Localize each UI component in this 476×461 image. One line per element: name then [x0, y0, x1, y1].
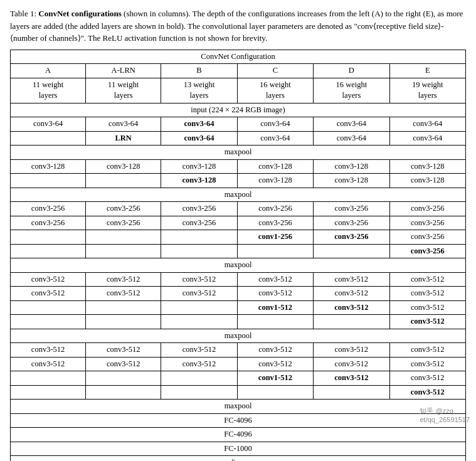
col-d: D	[314, 64, 389, 78]
cell: conv3-512	[237, 287, 313, 301]
cell	[161, 300, 237, 315]
cell	[86, 300, 161, 315]
cell: conv3-256	[11, 202, 86, 216]
convnet-config-table: ConvNet Configuration A A-LRN B C D E 11…	[10, 50, 466, 462]
cell: conv3-512	[161, 343, 237, 358]
cell: conv3-128	[11, 159, 86, 174]
cell: conv3-64	[86, 117, 161, 132]
cell	[161, 315, 237, 329]
fc1000: FC-1000	[11, 442, 466, 456]
cell: conv3-512	[389, 371, 465, 386]
cell: conv3-64	[314, 131, 389, 146]
maxpool-2: maxpool	[11, 188, 466, 202]
cell: conv3-256	[389, 230, 465, 245]
wl-d: 16 weightlayers	[314, 78, 389, 103]
table1-caption: Table 1: ConvNet configurations (shown i…	[10, 8, 466, 45]
col-b: B	[161, 64, 237, 78]
cell: conv3-256	[389, 216, 465, 230]
cell: conv3-512	[314, 287, 389, 301]
cell: conv3-64	[389, 131, 465, 146]
cell: conv3-512	[11, 343, 86, 358]
cell: conv3-512	[11, 272, 86, 287]
cell: LRN	[86, 131, 161, 146]
cell	[161, 230, 237, 245]
cell	[237, 244, 313, 258]
cell: conv3-512	[86, 343, 161, 358]
cell	[314, 315, 389, 329]
cell: conv3-128	[389, 174, 465, 188]
cell	[237, 315, 313, 329]
maxpool-1: maxpool	[11, 146, 466, 160]
cell: conv3-512	[389, 385, 465, 400]
cell	[11, 385, 86, 400]
cell: conv3-512	[389, 343, 465, 358]
cell: conv3-128	[389, 159, 465, 174]
cell	[11, 300, 86, 315]
cell: conv3-512	[389, 287, 465, 301]
cell: conv1-512	[237, 371, 313, 386]
cell: conv3-256	[161, 202, 237, 216]
softmax: soft-max	[11, 456, 466, 462]
cell: conv3-256	[314, 216, 389, 230]
cell	[237, 385, 313, 400]
cell: conv3-512	[11, 287, 86, 301]
cell: conv3-128	[314, 174, 389, 188]
cell: conv3-512	[389, 315, 465, 329]
maxpool-3: maxpool	[11, 258, 466, 273]
col-a: A	[11, 64, 86, 78]
cell	[11, 315, 86, 329]
cell	[86, 315, 161, 329]
cell: conv3-512	[161, 357, 237, 371]
cell: conv3-512	[86, 357, 161, 371]
cell: conv3-512	[314, 343, 389, 358]
cell	[314, 244, 389, 258]
cell: conv3-512	[86, 272, 161, 287]
cell: conv3-512	[314, 357, 389, 371]
col-alrn: A-LRN	[86, 64, 161, 78]
caption-bold: ConvNet configurations	[38, 9, 122, 18]
cell	[86, 244, 161, 258]
cell: conv3-128	[237, 174, 313, 188]
cell	[11, 131, 86, 146]
fc4096a: FC-4096	[11, 413, 466, 428]
wl-a: 11 weightlayers	[11, 78, 86, 103]
cell	[161, 244, 237, 258]
cell: conv3-512	[11, 357, 86, 371]
cell	[161, 385, 237, 400]
cell: conv3-256	[314, 230, 389, 245]
cell	[11, 174, 86, 188]
cell: conv3-64	[11, 117, 86, 132]
wl-e: 19 weightlayers	[389, 78, 465, 103]
cell: conv3-512	[86, 287, 161, 301]
maxpool-5: maxpool	[11, 400, 466, 414]
cell: conv3-128	[161, 174, 237, 188]
cell: conv3-64	[161, 131, 237, 146]
cell: conv3-64	[314, 117, 389, 132]
cell: conv3-512	[237, 272, 313, 287]
wl-alrn: 11 weightlayers	[86, 78, 161, 103]
cell: conv3-128	[161, 159, 237, 174]
cell	[161, 371, 237, 386]
wl-c: 16 weightlayers	[237, 78, 313, 103]
cell: conv3-64	[237, 131, 313, 146]
cell	[86, 385, 161, 400]
cell: conv3-256	[389, 202, 465, 216]
cell: conv3-128	[314, 159, 389, 174]
cell: conv3-512	[389, 272, 465, 287]
maxpool-4: maxpool	[11, 329, 466, 343]
cell	[86, 230, 161, 245]
cell: conv3-512	[389, 357, 465, 371]
cell: conv3-512	[314, 300, 389, 315]
cell	[86, 174, 161, 188]
cell	[11, 244, 86, 258]
col-c: C	[237, 64, 313, 78]
cell	[314, 385, 389, 400]
cell: conv3-128	[237, 159, 313, 174]
cell: conv3-512	[161, 287, 237, 301]
cell: conv3-256	[314, 202, 389, 216]
cell: conv3-512	[314, 371, 389, 386]
cell: conv3-256	[237, 216, 313, 230]
col-e: E	[389, 64, 465, 78]
cell: conv3-512	[161, 272, 237, 287]
cell: conv3-512	[237, 357, 313, 371]
